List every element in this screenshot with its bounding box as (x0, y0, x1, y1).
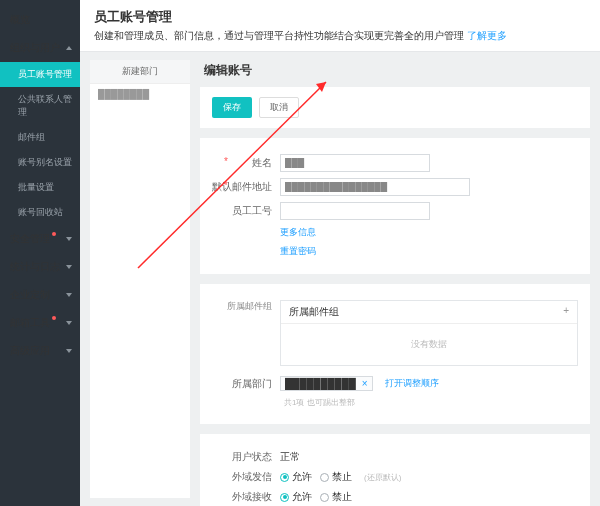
page-description: 创建和管理成员、部门信息，通过与管理平台持性功能结合实现更完善全的用户管理 了解… (94, 29, 586, 43)
nav-org-mailgroups[interactable]: 邮件组 (0, 125, 80, 150)
learn-more-link[interactable]: 了解更多 (467, 30, 507, 41)
nav-stats[interactable]: 统计与日志 (0, 253, 80, 281)
email-label: 默认邮件地址 (212, 180, 280, 194)
chevron-down-icon (66, 349, 72, 353)
nav-custom[interactable]: 企业定制 (0, 281, 80, 309)
page-header: 员工账号管理 创建和管理成员、部门信息，通过与管理平台持性功能结合实现更完善全的… (80, 0, 600, 52)
name-label: 姓名 (212, 156, 280, 170)
form-title: 编辑账号 (204, 62, 590, 79)
mailgroup-box: 所属邮件组+ 没有数据 (280, 300, 578, 366)
extsend-deny-radio[interactable]: 禁止 (320, 470, 352, 484)
extsend-allow-radio[interactable]: 允许 (280, 470, 312, 484)
extrecv-allow-radio[interactable]: 允许 (280, 490, 312, 504)
badge-icon (52, 232, 56, 236)
sidebar: 概览 组织与用户 员工账号管理 公共联系人管理 邮件组 账号别名设置 批量设置 … (0, 0, 80, 506)
chevron-down-icon (66, 237, 72, 241)
dept-tag: ██████████× (280, 376, 373, 391)
main-content: 员工账号管理 创建和管理成员、部门信息，通过与管理平台持性功能结合实现更完善全的… (80, 0, 600, 506)
more-info-link[interactable]: 更多信息 (280, 226, 316, 239)
empid-label: 员工工号 (212, 204, 280, 218)
name-input[interactable] (280, 154, 430, 172)
remove-dept-icon[interactable]: × (362, 378, 368, 389)
dept-root-item[interactable]: ████████ (90, 84, 190, 104)
chevron-down-icon (66, 293, 72, 297)
nav-tools[interactable]: 邮箱工具 (0, 309, 80, 337)
form-panel: 编辑账号 保存 取消 姓名 默认邮件地址 员工工号 更多信息 重置密码 所属邮件… (200, 60, 590, 498)
save-button-top[interactable]: 保存 (212, 97, 252, 118)
mailgroup-empty: 没有数据 (281, 324, 577, 365)
department-tree: 新建部门 ████████ (90, 60, 190, 498)
email-input[interactable] (280, 178, 470, 196)
page-title: 员工账号管理 (94, 8, 586, 26)
cancel-button-top[interactable]: 取消 (259, 97, 299, 118)
dept-sync-note: 共1项 也可踢出整部 (284, 397, 355, 408)
mailgroup-section-label: 所属邮件组 (212, 300, 280, 313)
nav-overview[interactable]: 概览 (0, 6, 80, 34)
nav-org[interactable]: 组织与用户 (0, 34, 80, 62)
nav-org-alias[interactable]: 账号别名设置 (0, 150, 80, 175)
nav-org-accounts[interactable]: 员工账号管理 (0, 62, 80, 87)
add-mailgroup-button[interactable]: + (563, 305, 569, 319)
extrecv-deny-radio[interactable]: 禁止 (320, 490, 352, 504)
nav-advanced[interactable]: 高级应用 (0, 337, 80, 365)
status-value: 正常 (280, 450, 300, 464)
badge-icon (52, 316, 56, 320)
nav-org-batch[interactable]: 批量设置 (0, 175, 80, 200)
empid-input[interactable] (280, 202, 430, 220)
adjust-order-link[interactable]: 打开调整顺序 (385, 377, 439, 390)
reset-password-link[interactable]: 重置密码 (280, 245, 316, 258)
new-dept-button[interactable]: 新建部门 (90, 60, 190, 84)
nav-org-contacts[interactable]: 公共联系人管理 (0, 87, 80, 125)
chevron-down-icon (66, 321, 72, 325)
chevron-down-icon (66, 265, 72, 269)
nav-org-recycle[interactable]: 账号回收站 (0, 200, 80, 225)
chevron-up-icon (66, 46, 72, 50)
dept-label: 所属部门 (212, 377, 280, 391)
nav-security[interactable]: 安全管理 (0, 225, 80, 253)
